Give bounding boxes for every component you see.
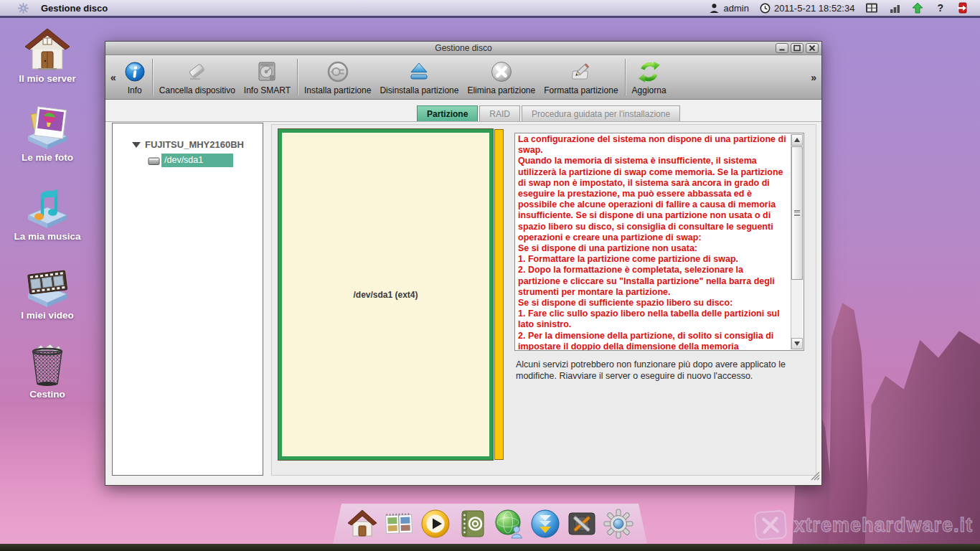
toolbar-overflow-right[interactable]: »	[807, 72, 820, 83]
widgets-icon[interactable]	[889, 3, 901, 14]
hard-disk-icon	[255, 59, 278, 85]
toolbar-label: Installa partizione	[304, 85, 371, 95]
videos-icon	[24, 261, 71, 309]
topbar-left: Gestione disco	[0, 2, 108, 14]
user-menu[interactable]: admin	[709, 3, 748, 14]
desktop-icon-label: Il mio server	[19, 73, 76, 84]
info-line: Se si dispone di una partizione non usat…	[518, 243, 786, 254]
minimize-button[interactable]	[776, 43, 788, 53]
desktop-icon-label: Le mie foto	[22, 152, 73, 163]
unmount-partition-button[interactable]: Disinstalla partizione	[375, 55, 463, 99]
info-button[interactable]: Info	[120, 55, 150, 99]
smart-info-button[interactable]: Info SMART	[240, 55, 295, 99]
music-icon	[24, 182, 71, 230]
desktop-icon-server[interactable]: Il mio server	[6, 24, 89, 86]
scrollbar[interactable]	[791, 134, 803, 349]
up-arrow-icon[interactable]	[912, 2, 923, 14]
dock-download-icon[interactable]	[529, 507, 562, 540]
photos-icon	[24, 103, 71, 151]
scroll-down-button[interactable]	[791, 338, 803, 349]
desktop-icon-trash[interactable]: Cestino	[6, 340, 89, 402]
tree-device-node[interactable]: FUJITSU_MHY2160BH	[113, 139, 263, 150]
desktop-icon-label: I miei video	[21, 310, 74, 321]
delete-x-icon	[490, 59, 513, 85]
app-title: Gestione disco	[41, 3, 108, 14]
partition-block-sda1[interactable]: /dev/sda1 (ext4)	[278, 129, 493, 460]
dock-media-player-icon[interactable]	[419, 507, 452, 540]
dock-network-icon[interactable]	[492, 507, 525, 540]
datetime-text: 2011-5-21 18:52:34	[774, 3, 855, 14]
erase-device-button[interactable]: Cancella dispositivo	[155, 55, 240, 99]
restart-note: Alcuni servizi potrebbero non funzionare…	[516, 359, 817, 382]
delete-partition-button[interactable]: Elimina partizione	[463, 55, 540, 99]
info-line: La configurazione del sistema non dispon…	[518, 134, 786, 156]
toolbar-separator	[625, 59, 626, 95]
dock-disk-utility-icon[interactable]	[565, 507, 598, 540]
partition-view-panel: /dev/sda1 (ext4) La configurazione del s…	[271, 124, 816, 476]
dock-home-icon[interactable]	[346, 507, 379, 540]
desktop-icon-label: Cestino	[29, 389, 65, 400]
help-button[interactable]: ?	[934, 2, 946, 14]
window-toolbar: « Info Cancella dispositivo	[105, 55, 821, 100]
thumb-grip	[794, 212, 800, 214]
desktop-icon-videos[interactable]: I miei video	[6, 261, 89, 323]
scrollbar-thumb[interactable]	[791, 146, 803, 280]
tab-setup-wizard[interactable]: Procedura guidata per l'installazione	[522, 105, 680, 121]
partition-map: /dev/sda1 (ext4)	[278, 129, 504, 460]
dock-photo-album-icon[interactable]	[382, 507, 415, 540]
topbar-right: admin 2011-5-21 18:52:34 ?	[709, 2, 980, 14]
free-space-block[interactable]	[494, 129, 504, 460]
format-partition-button[interactable]: Formatta partizione	[540, 55, 622, 99]
desktop-icon-photos[interactable]: Le mie foto	[6, 103, 89, 165]
info-line: Se si dispone di sufficiente spazio libe…	[518, 298, 786, 309]
desktop-icon-music[interactable]: La mia musica	[6, 182, 89, 244]
dock	[333, 504, 647, 544]
info-icon	[124, 59, 146, 85]
partition-name: /dev/sda1	[161, 154, 233, 167]
user-icon	[709, 3, 720, 14]
toolbar-separator	[297, 59, 298, 95]
info-line: Quando la memoria di sistema è insuffici…	[518, 156, 786, 243]
bottom-edge-bar	[0, 544, 980, 551]
eject-icon	[407, 59, 430, 85]
refresh-button[interactable]: Aggiorna	[628, 55, 671, 99]
tree-partition-node[interactable]: /dev/sda1	[148, 154, 263, 167]
username: admin	[723, 3, 748, 14]
dock-contacts-icon[interactable]	[456, 507, 489, 540]
close-button[interactable]	[806, 43, 819, 53]
info-line: 2. Per la dimensione della partizione, d…	[518, 331, 786, 351]
toolbar-separator	[152, 59, 153, 95]
logout-icon[interactable]	[957, 2, 969, 14]
toolbar-label: Info SMART	[244, 85, 291, 95]
toolbar-label: Aggiorna	[632, 85, 666, 95]
plug-icon	[326, 59, 349, 85]
expand-arrow-icon[interactable]	[132, 142, 141, 148]
system-menu-icon[interactable]	[17, 2, 29, 14]
window-title: Gestione disco	[105, 43, 821, 53]
window-titlebar[interactable]: Gestione disco	[105, 42, 821, 55]
apps-grid-icon[interactable]	[865, 2, 878, 14]
disk-management-window: Gestione disco « Info	[105, 41, 822, 486]
toolbar-label: Cancella dispositivo	[159, 85, 235, 95]
info-line: 2. Dopo la formattazione è completata, s…	[518, 265, 786, 298]
watermark-logo-icon	[754, 510, 788, 541]
scroll-up-button[interactable]	[791, 134, 803, 146]
toolbar-label: Info	[128, 85, 142, 95]
desktop-icon-label: La mia musica	[14, 231, 80, 242]
trash-icon	[25, 340, 70, 387]
home-icon	[24, 24, 70, 72]
tab-partizione[interactable]: Partizione	[417, 105, 478, 121]
clock-area: 2011-5-21 18:52:34	[760, 3, 855, 14]
maximize-button[interactable]	[791, 43, 804, 53]
dock-settings-icon[interactable]	[602, 507, 635, 540]
disk-icon	[148, 155, 160, 166]
toolbar-label: Disinstalla partizione	[380, 85, 458, 95]
mount-partition-button[interactable]: Installa partizione	[300, 55, 375, 99]
toolbar-overflow-left[interactable]: «	[107, 72, 120, 83]
toolbar-label: Elimina partizione	[467, 85, 535, 95]
desktop: Gestione disco admin 2011-5-21 18:52:34	[0, 0, 980, 551]
desktop-icon-column: Il mio server Le mie foto	[6, 24, 89, 402]
partition-block-label: /dev/sda1 (ext4)	[353, 290, 418, 300]
resize-grip[interactable]	[809, 470, 820, 484]
tab-raid[interactable]: RAID	[479, 105, 520, 121]
